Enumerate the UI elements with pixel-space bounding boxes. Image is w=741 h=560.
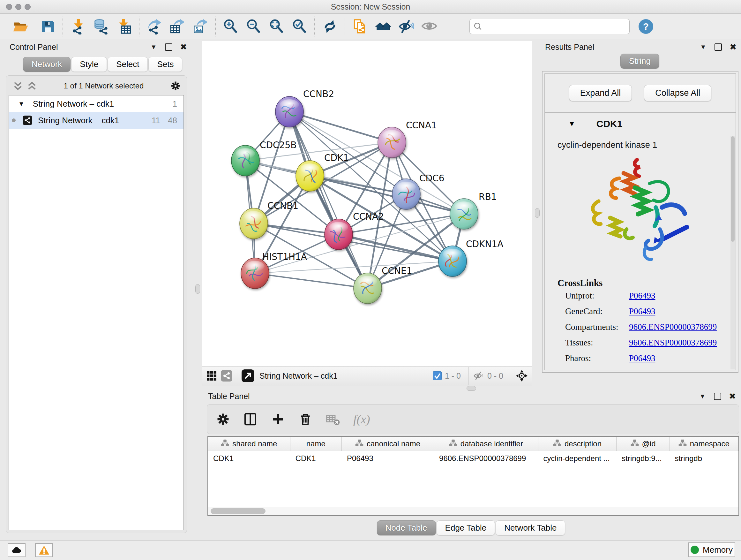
- network-row-selected[interactable]: String Network – cdk1 11 48: [9, 112, 184, 129]
- table-cell[interactable]: cyclin-dependent ...: [538, 451, 616, 466]
- expand-all-chevrons-icon[interactable]: [26, 80, 37, 91]
- home-button[interactable]: [372, 16, 395, 37]
- panel-menu-caret-icon[interactable]: ▼: [700, 44, 706, 51]
- memory-button[interactable]: Memory: [688, 543, 735, 557]
- table-cell[interactable]: 9606.ENSP00000378699: [434, 451, 538, 466]
- tab-sets[interactable]: Sets: [148, 57, 182, 72]
- gene-section-header[interactable]: ▼ CDK1: [544, 112, 736, 135]
- fit-selected-button[interactable]: [516, 370, 528, 382]
- right-splitter-handle[interactable]: [535, 208, 540, 218]
- panel-close-icon[interactable]: ✖: [180, 42, 187, 52]
- birds-eye-view-button[interactable]: [207, 371, 216, 381]
- cloud-status-button[interactable]: [8, 543, 25, 557]
- network-node-CDC25B[interactable]: [231, 145, 259, 176]
- table-horizontal-scrollbar[interactable]: [208, 507, 738, 515]
- results-scrollbar[interactable]: [731, 136, 735, 369]
- export-image-button[interactable]: [189, 16, 212, 37]
- network-node-CCNA1[interactable]: [378, 127, 406, 158]
- network-canvas[interactable]: CCNB2CCNA1CDC25BCDK1CDC6RB1CCNB1CCNA2CDK…: [202, 41, 532, 366]
- network-edge[interactable]: [289, 112, 392, 142]
- expand-all-button[interactable]: Expand All: [569, 85, 632, 101]
- tab-string[interactable]: String: [620, 54, 659, 69]
- import-network-database-button[interactable]: [90, 16, 113, 37]
- network-edge[interactable]: [339, 234, 453, 261]
- network-node-CDK1[interactable]: [296, 161, 324, 191]
- import-table-file-button[interactable]: [113, 16, 136, 37]
- section-expander-icon[interactable]: ▼: [568, 120, 576, 128]
- open-session-button[interactable]: [9, 16, 32, 37]
- panel-menu-caret-icon[interactable]: ▼: [150, 44, 157, 51]
- column-header-name[interactable]: name: [290, 437, 342, 451]
- tab-select[interactable]: Select: [108, 57, 148, 72]
- add-column-plus-icon[interactable]: [271, 412, 285, 426]
- network-node-CDKN1A[interactable]: [439, 246, 467, 276]
- panel-close-icon[interactable]: ✖: [730, 42, 737, 52]
- open-in-window-button[interactable]: [242, 369, 254, 382]
- tab-style[interactable]: Style: [71, 57, 107, 72]
- panel-float-icon[interactable]: [714, 393, 721, 400]
- crosslink-link[interactable]: P06493: [629, 354, 656, 363]
- table-cell[interactable]: CDK1: [208, 451, 290, 466]
- scrollbar-thumb[interactable]: [211, 508, 266, 514]
- table-cell[interactable]: P06493: [342, 451, 434, 466]
- export-table-button[interactable]: [166, 16, 189, 37]
- refresh-button[interactable]: [319, 16, 341, 37]
- search-input[interactable]: [482, 20, 629, 33]
- table-row[interactable]: CDK1CDK1P064939606.ENSP00000378699cyclin…: [208, 451, 738, 466]
- crosslink-link[interactable]: P06493: [629, 307, 656, 316]
- collapse-all-button[interactable]: Collapse All: [644, 85, 711, 101]
- network-type-button[interactable]: [221, 370, 232, 381]
- panel-float-icon[interactable]: [715, 44, 722, 51]
- panel-float-icon[interactable]: [165, 44, 172, 51]
- crosslink-link[interactable]: 9606.ENSP00000378699: [629, 338, 717, 348]
- save-session-button[interactable]: [37, 16, 59, 37]
- tab-network[interactable]: Network: [23, 57, 71, 72]
- tab-node-table[interactable]: Node Table: [377, 520, 436, 536]
- table-cell[interactable]: stringdb: [670, 451, 738, 466]
- hidden-eye-slash-icon[interactable]: [473, 370, 484, 381]
- table-settings-gear-icon[interactable]: [216, 412, 230, 426]
- tab-network-table[interactable]: Network Table: [495, 520, 565, 536]
- network-node-CCNB2[interactable]: [275, 97, 304, 127]
- zoom-in-button[interactable]: [219, 16, 242, 37]
- network-node-CCNB1[interactable]: [240, 208, 268, 239]
- column-header-database-identifier[interactable]: database identifier: [434, 437, 538, 451]
- copy-network-button[interactable]: [349, 16, 372, 37]
- tab-edge-table[interactable]: Edge Table: [436, 520, 495, 536]
- network-node-CDC6[interactable]: [392, 179, 420, 209]
- network-node-CCNE1[interactable]: [354, 273, 382, 304]
- table-cell[interactable]: stringdb:9...: [616, 451, 670, 466]
- column-header-description[interactable]: description: [538, 437, 617, 451]
- column-header--id[interactable]: @id: [616, 437, 670, 451]
- tree-expander-icon[interactable]: ▼: [18, 100, 24, 108]
- column-header-shared-name[interactable]: shared name: [208, 437, 290, 451]
- network-collection-row[interactable]: ▼ String Network – cdk1 1: [9, 96, 184, 112]
- left-splitter-handle[interactable]: [195, 284, 200, 294]
- selected-checkbox-icon[interactable]: [433, 371, 442, 380]
- collapse-all-chevrons-icon[interactable]: [12, 80, 23, 91]
- hide-selected-button[interactable]: [395, 16, 418, 37]
- export-network-button[interactable]: [143, 16, 166, 37]
- panel-menu-caret-icon[interactable]: ▼: [699, 393, 705, 400]
- help-button[interactable]: ?: [638, 19, 653, 34]
- network-node-HIST1H1A[interactable]: [241, 258, 269, 289]
- panel-close-icon[interactable]: ✖: [729, 391, 736, 401]
- column-header-namespace[interactable]: namespace: [670, 437, 738, 451]
- zoom-selected-button[interactable]: [288, 16, 311, 37]
- column-header-canonical-name[interactable]: canonical name: [342, 437, 434, 451]
- zoom-out-button[interactable]: [242, 16, 265, 37]
- show-all-button[interactable]: [418, 16, 441, 37]
- show-columns-icon[interactable]: [244, 412, 258, 426]
- delete-column-trash-icon[interactable]: [298, 412, 313, 426]
- zoom-fit-button[interactable]: [265, 16, 288, 37]
- network-edge[interactable]: [255, 273, 367, 288]
- horizontal-splitter-handle[interactable]: [467, 386, 476, 391]
- search-field[interactable]: [469, 19, 630, 34]
- network-node-RB1[interactable]: [450, 199, 478, 229]
- crosslink-link[interactable]: 9606.ENSP00000378699: [629, 322, 717, 332]
- import-network-file-button[interactable]: [67, 16, 90, 37]
- network-node-CCNA2[interactable]: [325, 219, 353, 250]
- warnings-button[interactable]: [35, 543, 53, 557]
- table-cell[interactable]: CDK1: [290, 451, 342, 466]
- crosslink-link[interactable]: P06493: [629, 291, 656, 301]
